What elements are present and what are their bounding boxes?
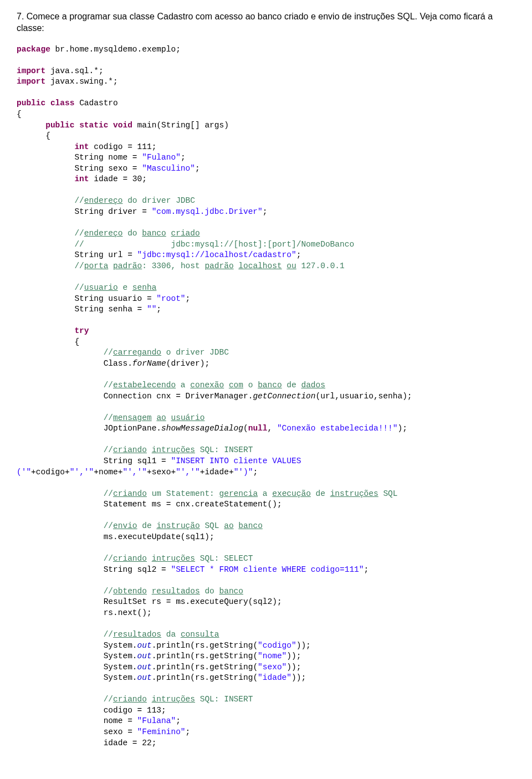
intro-text: 7. Comece a programar sua classe Cadastr… (17, 11, 515, 34)
code-block: package br.home.mysqldemo.exemplo; impor… (17, 44, 515, 749)
